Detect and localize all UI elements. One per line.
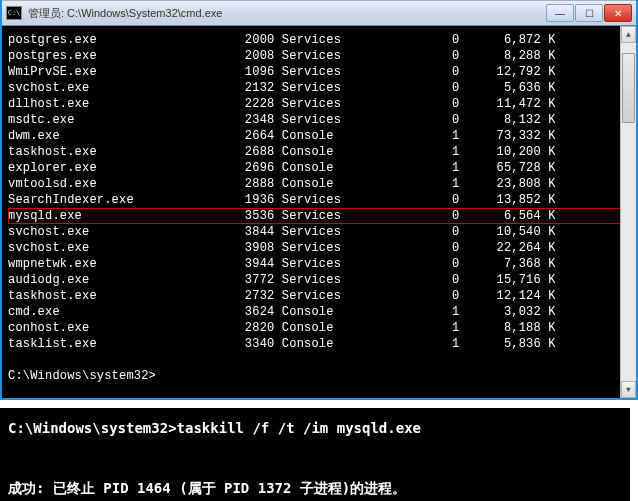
cmd-window: C:\ 管理员: C:\Windows\System32\cmd.exe — ☐… [0,0,638,400]
titlebar[interactable]: C:\ 管理员: C:\Windows\System32\cmd.exe — ☐… [2,0,636,26]
window-title: 管理员: C:\Windows\System32\cmd.exe [28,6,545,21]
scrollbar-track[interactable] [621,43,636,381]
process-row: WmiPrvSE.exe 1096 Services 0 12,792 K [8,64,630,80]
process-row: vmtoolsd.exe 2888 Console 1 23,808 K [8,176,630,192]
terminal-output[interactable]: postgres.exe 2000 Services 0 6,872 Kpost… [2,26,636,398]
window-buttons: — ☐ ✕ [545,4,632,22]
process-row: msdtc.exe 2348 Services 0 8,132 K [8,112,630,128]
process-row: wmpnetwk.exe 3944 Services 0 7,368 K [8,256,630,272]
process-row: svchost.exe 2132 Services 0 5,636 K [8,80,630,96]
process-row: dwm.exe 2664 Console 1 73,332 K [8,128,630,144]
system-menu-icon[interactable]: C:\ [6,6,22,20]
close-button[interactable]: ✕ [604,4,632,22]
scroll-up-arrow-icon[interactable]: ▲ [621,26,636,43]
process-row: cmd.exe 3624 Console 1 3,032 K [8,304,630,320]
process-row: taskhost.exe 2688 Console 1 10,200 K [8,144,630,160]
command-line: C:\Windows\system32>taskkill /f /t /im m… [8,418,622,438]
process-row: svchost.exe 3844 Services 0 10,540 K [8,224,630,240]
vertical-scrollbar[interactable]: ▲ ▼ [620,26,636,398]
blank-line [8,352,630,368]
process-row: explorer.exe 2696 Console 1 65,728 K [8,160,630,176]
process-row: mysqld.exe 3536 Services 0 6,564 K [8,208,630,224]
process-row: audiodg.exe 3772 Services 0 15,716 K [8,272,630,288]
command-prompt[interactable]: C:\Windows\system32> [8,368,630,384]
process-row: conhost.exe 2820 Console 1 8,188 K [8,320,630,336]
process-row: postgres.exe 2008 Services 0 8,288 K [8,48,630,64]
minimize-button[interactable]: — [546,4,574,22]
output-line: 成功: 已终止 PID 1464 (属于 PID 1372 子进程)的进程。 [8,478,622,498]
terminal-output-2: C:\Windows\system32>taskkill /f /t /im m… [0,408,630,501]
process-row: postgres.exe 2000 Services 0 6,872 K [8,32,630,48]
process-row: taskhost.exe 2732 Services 0 12,124 K [8,288,630,304]
process-row: SearchIndexer.exe 1936 Services 0 13,852… [8,192,630,208]
process-row: tasklist.exe 3340 Console 1 5,836 K [8,336,630,352]
scrollbar-thumb[interactable] [622,53,635,123]
process-row: dllhost.exe 2228 Services 0 11,472 K [8,96,630,112]
scroll-down-arrow-icon[interactable]: ▼ [621,381,636,398]
maximize-button[interactable]: ☐ [575,4,603,22]
process-row: svchost.exe 3908 Services 0 22,264 K [8,240,630,256]
